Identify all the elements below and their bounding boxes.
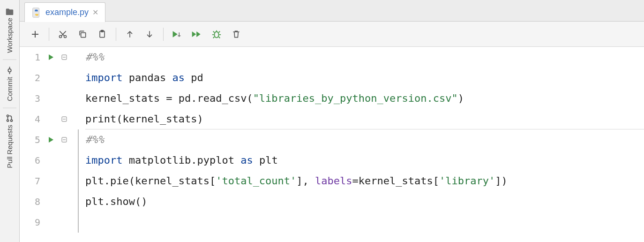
- gutter-row: 9: [20, 212, 81, 233]
- code-line[interactable]: plt.pie(kernel_stats['total_count'], lab…: [85, 171, 644, 191]
- fold-toggle-icon: [61, 95, 67, 102]
- move-up-button[interactable]: [121, 25, 139, 43]
- gutter-row: 6: [20, 150, 81, 171]
- line-number: 3: [26, 88, 40, 109]
- svg-point-0: [8, 69, 11, 72]
- fold-toggle-icon: [61, 157, 67, 164]
- rail-label: Pull Requests: [6, 125, 14, 168]
- fold-toggle-icon[interactable]: [61, 54, 67, 60]
- fold-toggle-icon: [61, 198, 67, 205]
- gutter-row: 8: [20, 191, 81, 212]
- rail-commit[interactable]: Commit: [3, 60, 16, 108]
- svg-point-5: [60, 35, 62, 38]
- run-cell-button[interactable]: [168, 25, 186, 43]
- svg-rect-4: [33, 8, 39, 17]
- fold-toggle-icon[interactable]: [61, 116, 67, 122]
- code-line[interactable]: import pandas as pd: [85, 68, 644, 88]
- folder-icon: [7, 8, 13, 16]
- editor-code-area[interactable]: #%%import pandas as pdkernel_stats = pd.…: [81, 47, 644, 242]
- code-editor[interactable]: 123456789 #%%import pandas as pdkernel_s…: [20, 47, 644, 242]
- tool-window-rail: Workspace Commit Pull Requests: [0, 0, 20, 242]
- line-number: 7: [26, 171, 40, 191]
- cut-button[interactable]: [54, 25, 72, 43]
- editor-gutter: 123456789: [20, 47, 81, 242]
- svg-rect-9: [101, 30, 104, 31]
- python-file-icon: [31, 8, 42, 18]
- fold-toggle-icon: [61, 178, 67, 184]
- cell-toolbar: [20, 22, 644, 47]
- line-number: 9: [26, 212, 40, 233]
- editor-tab-bar: example.py ✕: [20, 0, 644, 22]
- toolbar-separator: [116, 28, 116, 41]
- svg-point-6: [64, 35, 67, 38]
- line-number: 6: [26, 150, 40, 171]
- code-line[interactable]: #%%: [85, 129, 644, 150]
- gutter-row: 5: [20, 129, 81, 150]
- gutter-row: 4: [20, 109, 81, 129]
- toolbar-separator: [163, 28, 164, 41]
- commit-icon: [6, 66, 14, 74]
- line-number: 4: [26, 109, 40, 129]
- code-line[interactable]: plt.show(): [85, 191, 644, 212]
- pull-request-icon: [6, 114, 14, 122]
- fold-toggle-icon: [61, 75, 67, 81]
- line-number: 5: [26, 129, 40, 150]
- add-cell-button[interactable]: [26, 25, 44, 43]
- main-area: example.py ✕: [20, 0, 644, 242]
- delete-cell-button[interactable]: [227, 25, 245, 43]
- run-cell-gutter-icon[interactable]: [48, 136, 56, 143]
- line-number: 8: [26, 191, 40, 212]
- close-icon[interactable]: ✕: [92, 8, 98, 17]
- rail-workspace[interactable]: Workspace: [3, 2, 16, 60]
- code-line[interactable]: print(kernel_stats): [85, 109, 644, 129]
- line-number: 1: [26, 47, 40, 68]
- rail-label: Workspace: [6, 18, 14, 53]
- svg-point-2: [7, 120, 9, 122]
- gutter-row: 2: [20, 68, 81, 88]
- gutter-row: 7: [20, 171, 81, 191]
- svg-point-10: [214, 31, 218, 38]
- cell-indicator-bar: [78, 129, 79, 233]
- toolbar-separator: [49, 28, 49, 41]
- debug-cell-button[interactable]: [208, 25, 225, 43]
- svg-point-3: [11, 120, 13, 122]
- run-cell-gutter-icon[interactable]: [48, 54, 56, 60]
- editor-tab-active[interactable]: example.py ✕: [24, 2, 105, 22]
- fold-toggle-icon[interactable]: [61, 136, 67, 143]
- svg-rect-7: [81, 32, 86, 37]
- copy-button[interactable]: [74, 25, 91, 43]
- move-down-button[interactable]: [141, 25, 158, 43]
- gutter-row: 3: [20, 88, 81, 109]
- gutter-row: 1: [20, 47, 81, 68]
- rail-label: Commit: [6, 77, 14, 101]
- code-line[interactable]: [85, 212, 644, 233]
- line-number: 2: [26, 68, 40, 88]
- code-line[interactable]: kernel_stats = pd.read_csv("libraries_by…: [85, 88, 644, 109]
- rail-pull-requests[interactable]: Pull Requests: [3, 108, 16, 175]
- tab-filename: example.py: [45, 8, 89, 17]
- code-line[interactable]: #%%: [85, 47, 644, 68]
- run-all-button[interactable]: [188, 25, 206, 43]
- code-line[interactable]: import matplotlib.pyplot as plt: [85, 150, 644, 171]
- fold-toggle-icon: [61, 219, 67, 226]
- paste-button[interactable]: [93, 25, 111, 43]
